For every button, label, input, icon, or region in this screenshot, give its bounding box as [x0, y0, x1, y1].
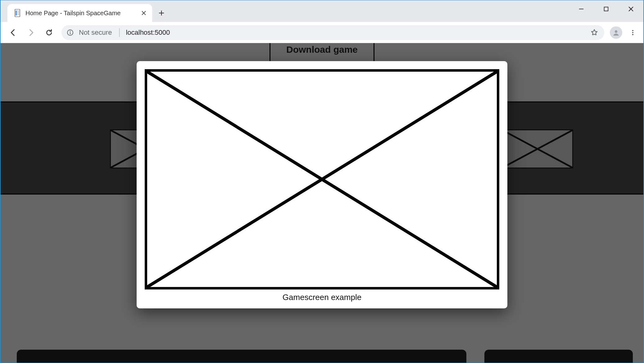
profile-avatar-button[interactable]	[610, 26, 622, 39]
window-close-button[interactable]	[619, 0, 643, 18]
svg-point-20	[632, 34, 633, 35]
page-viewport: Download game Gamescreen example	[1, 43, 643, 363]
svg-rect-1	[16, 11, 17, 16]
nav-forward-button[interactable]	[23, 25, 39, 41]
browser-toolbar: Not secure localhost:5000	[1, 22, 643, 43]
svg-point-19	[632, 32, 633, 33]
tab-title: Home Page - Tailspin SpaceGame	[25, 10, 140, 17]
svg-point-18	[632, 30, 633, 31]
security-label: Not secure	[79, 29, 112, 37]
site-info-icon[interactable]	[66, 29, 74, 36]
address-separator	[119, 28, 120, 37]
svg-rect-11	[604, 7, 608, 11]
browser-tab[interactable]: Home Page - Tailspin SpaceGame	[7, 4, 152, 22]
page-favicon-icon	[14, 9, 21, 17]
svg-point-15	[70, 31, 71, 32]
window-maximize-button[interactable]	[594, 0, 619, 18]
gamescreen-modal: Gamescreen example	[137, 61, 507, 308]
svg-rect-0	[15, 9, 20, 17]
address-bar[interactable]: Not secure localhost:5000	[61, 25, 604, 40]
bookmark-star-button[interactable]	[589, 28, 599, 38]
modal-caption: Gamescreen example	[145, 293, 499, 302]
browser-menu-button[interactable]	[627, 26, 639, 39]
titlebar: Home Page - Tailspin SpaceGame	[1, 0, 643, 22]
svg-rect-16	[70, 32, 70, 34]
browser-window: Home Page - Tailspin SpaceGame	[0, 0, 644, 363]
tab-close-button[interactable]	[140, 9, 148, 17]
gamescreen-image-placeholder	[145, 69, 499, 289]
download-game-label: Download game	[286, 44, 358, 55]
nav-back-button[interactable]	[5, 25, 21, 41]
nav-reload-button[interactable]	[41, 25, 57, 41]
svg-point-17	[615, 30, 618, 33]
window-controls	[569, 0, 643, 18]
new-tab-button[interactable]	[152, 4, 171, 22]
window-minimize-button[interactable]	[569, 0, 594, 18]
url-text: localhost:5000	[126, 29, 584, 37]
